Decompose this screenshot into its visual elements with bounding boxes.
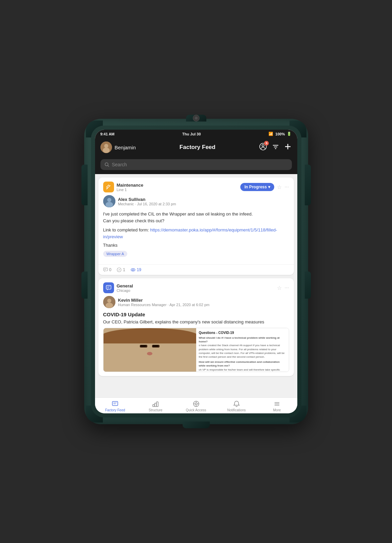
post-1-actions: In Progress ▾ ☆ ··· [240,183,289,191]
side-grip-right [305,165,311,205]
search-placeholder: Search [112,162,127,167]
svg-point-10 [105,163,108,166]
svg-line-11 [108,166,109,167]
add-button[interactable] [284,143,292,152]
svg-point-27 [106,303,113,308]
notification-badge: 5 [264,141,269,146]
post-1-footer: 0 1 [98,264,294,275]
post-2-author-row: Kevin Miller Human Ressources Manager · … [103,296,289,308]
svg-point-4 [262,145,264,147]
side-grip-left [81,165,88,205]
svg-point-26 [107,299,111,303]
status-label: In Progress [244,185,267,189]
filter-button[interactable] [272,143,279,152]
header-username: Benjamin [115,145,136,150]
post-2-star-icon[interactable]: ☆ [277,285,282,291]
post-1-comments[interactable]: 0 [103,267,112,272]
status-time: 9:41 AM [100,132,115,136]
chevron-down-icon: ▾ [268,185,270,189]
post-2-body: Kevin Miller Human Ressources Manager · … [98,296,294,376]
like-count: 1 [123,267,125,272]
battery-text: 100% [275,132,285,136]
post-2-category: General Chicago [103,282,133,293]
maintenance-icon [103,182,114,192]
post-maintenance: Maintenance Line 1 In Progress ▾ ☆ ··· [98,177,294,275]
post-2-author-meta: Human Ressources Manager · Apr 21, 2020 … [118,303,210,307]
video-preview[interactable]: Questions - COVID-19 What should I do if… [103,328,289,372]
post-1-category-info: Maintenance Line 1 [117,183,144,192]
post-1-thanks: Thanks [103,243,289,248]
video-doc: Questions - COVID-19 What should I do if… [196,328,289,372]
post-2-author-info: Kevin Miller Human Ressources Manager · … [118,298,210,307]
side-grip-left2 [81,272,88,299]
feed[interactable]: Maintenance Line 1 In Progress ▾ ☆ ··· [95,174,297,397]
svg-point-1 [104,144,108,148]
post-1-author-name: Alex Sullivan [118,197,176,202]
bottom-nav: Factory Feed Structure [95,397,297,413]
device-inner: 9:41 AM Thu Jul 30 📶 100% 🔋 [91,126,301,417]
post-1-tag[interactable]: Wrapper A [103,251,128,257]
video-doc-a2: ch VP is responsible for his/her team an… [199,368,286,372]
status-right: 📶 100% 🔋 [268,132,292,136]
post-2-actions: ☆ ··· [277,285,289,291]
post-general: General Chicago ☆ ··· [98,278,294,376]
svg-rect-16 [104,268,108,271]
nav-factory-feed[interactable]: Factory Feed [95,400,135,412]
post-1-category: Maintenance Line 1 [103,182,144,192]
status-date: Thu Jul 30 [182,132,201,136]
nav-more[interactable]: More [257,400,297,412]
nav-structure-label: Structure [149,408,163,412]
svg-point-35 [195,403,197,405]
svg-rect-22 [106,285,111,289]
nav-more-label: More [273,408,281,412]
device-outer: 9:41 AM Thu Jul 30 📶 100% 🔋 [84,119,308,424]
video-doc-q2: How will we ensure effective communicati… [199,360,286,368]
post-1-likes[interactable]: 1 [117,267,125,272]
header-actions: 5 [259,143,292,152]
status-button[interactable]: In Progress ▾ [240,183,274,191]
screen: 9:41 AM Thu Jul 30 📶 100% 🔋 [95,130,297,413]
post-1-author-info: Alex Sullivan Mechanic · Jul 16, 2020 at… [118,197,176,206]
header-title: Factory Feed [180,144,216,151]
svg-rect-33 [156,402,158,407]
comment-count: 0 [109,267,112,272]
post-2-title: COVID-19 Update [103,312,289,317]
nav-structure[interactable]: Structure [135,400,176,412]
status-bar: 9:41 AM Thu Jul 30 📶 100% 🔋 [95,130,297,138]
video-doc-q1: What should I do if I have a technical p… [199,336,286,343]
svg-rect-32 [155,403,156,407]
post-2-avatar [103,296,115,308]
star-icon[interactable]: ☆ [277,184,282,190]
svg-point-2 [103,148,110,153]
svg-point-15 [106,202,113,207]
post-1-body: Alex Sullivan Mechanic · Jul 16, 2020 at… [98,195,294,264]
svg-point-20 [131,268,135,271]
svg-point-19 [117,268,121,272]
nav-quick-access-label: Quick Access [186,408,206,412]
header-left: Benjamin [100,142,136,153]
post-1-avatar [103,195,115,207]
post-1-views[interactable]: 19 [131,267,141,272]
general-icon [103,282,114,293]
svg-rect-28 [112,401,118,406]
svg-rect-31 [153,405,154,407]
post-1-category-name: Maintenance [117,183,144,188]
nav-quick-access[interactable]: Quick Access [176,400,216,412]
nav-notifications-label: Notifications [227,408,245,412]
post-1-author-meta: Mechanic · Jul 16, 2020 at 2:33 pm [118,202,176,206]
post-1-author-row: Alex Sullivan Mechanic · Jul 16, 2020 at… [103,195,289,207]
camera-bump [186,115,206,121]
video-thumbnail [104,328,196,372]
wifi-icon: 📶 [268,132,273,136]
video-doc-title: Questions - COVID-19 [199,331,286,335]
video-doc-a1: s have created the Slack channel #it-sup… [199,343,286,359]
nav-notifications[interactable]: Notifications [216,400,257,412]
side-grip-right2 [305,272,311,299]
search-bar: Search [95,156,297,174]
user-avatar[interactable] [100,142,112,153]
notification-button[interactable]: 5 [259,143,267,152]
search-input[interactable]: Search [100,159,292,170]
post-2-more-icon[interactable]: ··· [284,285,289,291]
more-icon[interactable]: ··· [284,184,289,190]
post-2-author-name: Kevin Miller [118,298,210,303]
